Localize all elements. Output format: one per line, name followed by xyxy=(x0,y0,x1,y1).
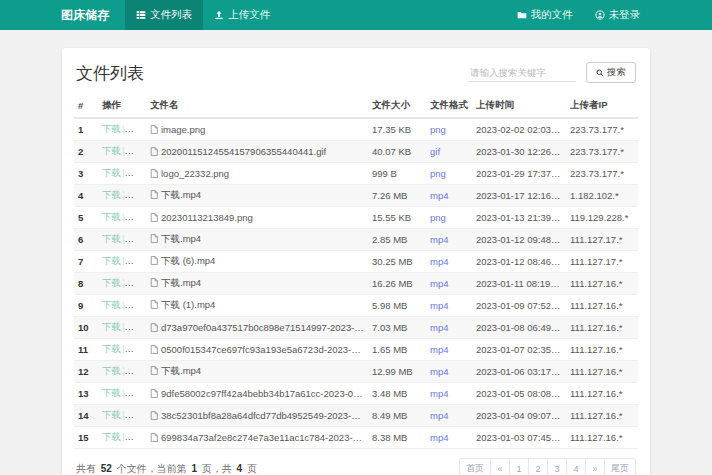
uploader-ip: 111.127.16.* xyxy=(566,361,638,383)
action-divider: | xyxy=(122,299,124,310)
download-link[interactable]: 下载 xyxy=(102,409,121,420)
pagination-button[interactable]: 首页 xyxy=(459,458,491,475)
pagination-button[interactable]: 2 xyxy=(528,458,548,475)
current-page-number: 1 xyxy=(191,463,197,474)
table-row: 1 下载|查看 image.png 17.35 KB png 2023-02-0… xyxy=(74,118,638,141)
file-icon xyxy=(150,389,158,398)
row-index: 13 xyxy=(74,383,98,405)
file-name-text: 下载.mp4 xyxy=(161,189,201,200)
file-format-link[interactable]: mp4 xyxy=(430,190,448,201)
table-row: 4 下载|查看 下载.mp4 7.26 MB mp4 2023-01-17 12… xyxy=(74,185,638,207)
row-index: 9 xyxy=(74,295,98,317)
nav-item-upload[interactable]: 上传文件 xyxy=(203,0,281,30)
file-icon xyxy=(150,278,158,287)
pagination-button[interactable]: » xyxy=(585,458,605,475)
action-divider: | xyxy=(122,211,124,222)
download-link[interactable]: 下载 xyxy=(102,277,121,288)
column-header-filename: 文件名 xyxy=(146,94,368,118)
file-format-link[interactable]: mp4 xyxy=(430,256,448,267)
table-row: 2 下载|查看 20200115124554157906355440441.gi… xyxy=(74,141,638,163)
file-size: 15.55 KB xyxy=(368,207,426,229)
upload-time: 2023-01-17 12:16:26 xyxy=(472,185,566,207)
file-format-link[interactable]: mp4 xyxy=(430,278,448,289)
uploader-ip: 111.127.16.* xyxy=(566,295,638,317)
file-size: 8.49 MB xyxy=(368,405,426,427)
table-row: 9 下载|查看 下载 (1).mp4 5.98 MB mp4 2023-01-0… xyxy=(74,295,638,317)
file-size: 16.26 MB xyxy=(368,273,426,295)
download-link[interactable]: 下载 xyxy=(102,233,121,244)
file-format-link[interactable]: mp4 xyxy=(430,322,448,333)
search-input[interactable] xyxy=(468,64,576,82)
file-format-link[interactable]: gif xyxy=(430,146,440,157)
row-index: 12 xyxy=(74,361,98,383)
table-row: 6 下载|查看 下载.mp4 2.85 MB mp4 2023-01-12 09… xyxy=(74,229,638,251)
action-divider: | xyxy=(122,189,124,200)
upload-time: 2023-01-30 12:26:22 xyxy=(472,141,566,163)
download-link[interactable]: 下载 xyxy=(102,343,121,354)
nav-item-login-status[interactable]: 未登录 xyxy=(584,0,652,30)
file-name-text: 20230113213849.png xyxy=(161,212,253,223)
table-row: 11 下载|查看 0500f015347ce697fc93a193e5a6723… xyxy=(74,339,638,361)
table-row: 15 下载|查看 699834a73af2e8c274e7a3e11ac1c78… xyxy=(74,427,638,449)
column-header-uploaderip: 上传者IP xyxy=(566,94,638,118)
uploader-ip: 223.73.177.* xyxy=(566,118,638,141)
download-link[interactable]: 下载 xyxy=(102,255,121,266)
file-format-link[interactable]: mp4 xyxy=(430,388,448,399)
download-link[interactable]: 下载 xyxy=(102,365,121,376)
download-link[interactable]: 下载 xyxy=(102,321,121,332)
action-divider: | xyxy=(122,255,124,266)
download-link[interactable]: 下载 xyxy=(102,431,121,442)
search-button-label: 搜索 xyxy=(607,66,626,79)
row-index: 6 xyxy=(74,229,98,251)
file-format-link[interactable]: mp4 xyxy=(430,366,448,377)
pagination-button[interactable]: 3 xyxy=(547,458,567,475)
download-link[interactable]: 下载 xyxy=(102,387,121,398)
uploader-ip: 111.127.16.* xyxy=(566,339,638,361)
nav-item-my-files[interactable]: 我的文件 xyxy=(506,0,584,30)
file-format-link[interactable]: mp4 xyxy=(430,344,448,355)
download-link[interactable]: 下载 xyxy=(102,123,121,134)
column-header-filesize: 文件大小 xyxy=(368,94,426,118)
file-format-link[interactable]: mp4 xyxy=(430,300,448,311)
file-format-link[interactable]: mp4 xyxy=(430,432,448,443)
download-link[interactable]: 下载 xyxy=(102,145,121,156)
nav-item-file-list[interactable]: 文件列表 xyxy=(125,0,203,30)
brand[interactable]: 图床储存 xyxy=(61,0,109,30)
file-format-link[interactable]: png xyxy=(430,124,446,135)
file-format-link[interactable]: mp4 xyxy=(430,234,448,245)
action-divider: | xyxy=(122,167,124,178)
pagination-button[interactable]: 1 xyxy=(509,458,529,475)
upload-icon xyxy=(214,10,224,20)
action-divider: | xyxy=(122,277,124,288)
pagination-button[interactable]: « xyxy=(490,458,510,475)
pagination-button[interactable]: 4 xyxy=(566,458,586,475)
nav-item-label: 未登录 xyxy=(609,8,641,22)
file-format-link[interactable]: mp4 xyxy=(430,410,448,421)
download-link[interactable]: 下载 xyxy=(102,299,121,310)
file-name-text: 38c52301bf8a28a64dfcd77db4952549-2023-01… xyxy=(161,410,368,421)
download-link[interactable]: 下载 xyxy=(102,167,121,178)
download-link[interactable]: 下载 xyxy=(102,211,121,222)
file-size: 17.35 KB xyxy=(368,118,426,141)
upload-time: 2023-02-02 02:03:24 xyxy=(472,118,566,141)
download-link[interactable]: 下载 xyxy=(102,189,121,200)
search-button[interactable]: 搜索 xyxy=(586,62,636,83)
file-icon xyxy=(150,213,158,222)
row-index: 1 xyxy=(74,118,98,141)
pagination-button[interactable]: 尾页 xyxy=(604,458,636,475)
upload-time: 2023-01-06 03:17:17 xyxy=(472,361,566,383)
table-row: 8 下载|查看 下载.mp4 16.26 MB mp4 2023-01-11 0… xyxy=(74,273,638,295)
action-divider: | xyxy=(122,431,124,442)
row-index: 3 xyxy=(74,163,98,185)
upload-time: 2023-01-04 09:07:03 xyxy=(472,405,566,427)
uploader-ip: 111.127.17.* xyxy=(566,229,638,251)
file-icon xyxy=(150,366,158,375)
table-row: 14 下载|查看 38c52301bf8a28a64dfcd77db495254… xyxy=(74,405,638,427)
action-divider: | xyxy=(122,145,124,156)
nav-spacer xyxy=(281,0,506,30)
file-format-link[interactable]: png xyxy=(430,212,446,223)
file-name-text: 下载.mp4 xyxy=(161,365,201,376)
file-icon xyxy=(150,433,158,442)
upload-time: 2023-01-12 08:46:33 xyxy=(472,251,566,273)
file-format-link[interactable]: png xyxy=(430,168,446,179)
